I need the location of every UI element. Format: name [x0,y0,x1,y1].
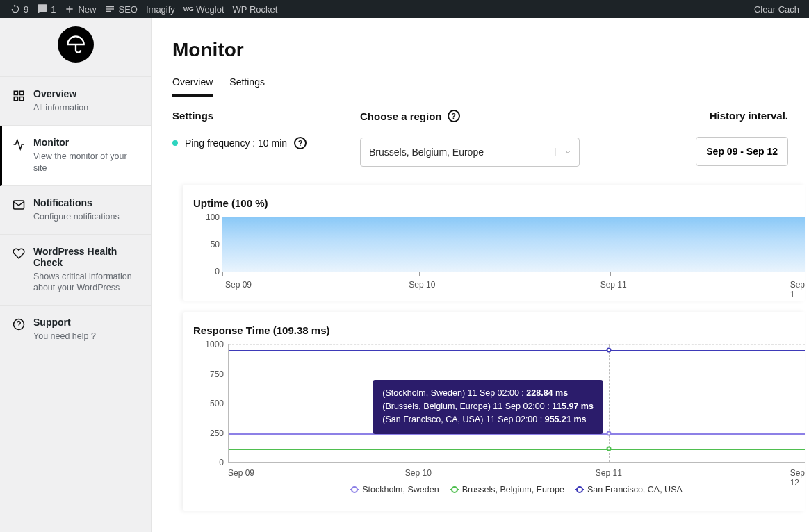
uptime-title: Uptime (100 %) [193,197,805,209]
sidebar-item-support[interactable]: Support You need help ? [0,306,151,354]
point-brussels [607,447,612,451]
xtick: Sep 11 [600,280,627,290]
sidebar-item-sub: Configure notifications [33,211,120,223]
comment-icon [37,3,48,15]
sidebar-item-sub: View the monitor of your site [33,151,138,174]
page-title: Monitor [172,18,809,76]
clear-cache-label: Clear Cach [754,4,799,15]
wp-admin-bar: 9 1 New SEO Imagify WG Weglot WP Rocket … [0,0,809,18]
xtick: Sep 09 [228,468,254,478]
history-interval-button[interactable]: Sep 09 - Sep 12 [696,137,788,166]
sidebar-item-overview[interactable]: Overview All information [0,77,151,126]
svg-rect-2 [106,11,111,12]
adminbar-updates[interactable]: 9 [6,3,33,15]
chevron-down-icon [555,148,579,156]
mail-icon [13,199,25,211]
sidebar-item-label: Notifications [33,197,120,208]
tab-settings[interactable]: Settings [229,76,265,97]
response-card: Response Time (109.38 ms) 1000 750 500 2… [183,312,805,511]
help-icon[interactable]: ? [448,110,460,122]
svg-rect-4 [20,91,24,94]
region-select-value: Brussels, Belgium, Europe [361,147,555,158]
legend-item-brussels[interactable]: Brussels, Belgium, Europe [450,485,564,494]
tt-label: (San Francisco, CA, USA) 11 Sep 02:00 : [382,415,544,424]
tt-label: (Brussels, Belgium, Europe) 11 Sep 02:00… [382,401,552,411]
new-label: New [78,4,96,15]
point-stockholm [607,431,612,436]
tt-value: 228.84 ms [526,388,568,398]
heart-icon [13,247,25,260]
sidebar-item-sub: All information [33,102,88,114]
response-chart: 1000 750 500 250 0 [193,344,805,504]
adminbar-comments[interactable]: 1 [33,3,60,15]
chart-tooltip: (Stockholm, Sweden) 11 Sep 02:00 : 228.8… [373,380,603,434]
adminbar-clear-cache[interactable]: Clear Cach [750,4,803,15]
main-content: Monitor Overview Settings Settings Ping … [152,18,809,532]
sidebar-item-label: Overview [33,88,88,99]
plus-icon [64,3,75,15]
svg-rect-6 [20,97,24,101]
ytick: 1000 [205,340,224,349]
adminbar-new[interactable]: New [60,3,100,15]
xtick: Sep 09 [225,280,252,290]
legend-label: Stockholm, Sweden [362,485,439,494]
ping-frequency-label: Ping frequency : 10 min [185,138,287,149]
adminbar-weglot[interactable]: WG Weglot [179,4,229,15]
point-sfo [607,347,612,352]
ytick: 0 [219,458,224,467]
imagify-label: Imagify [146,4,175,15]
svg-rect-5 [14,97,17,101]
sidebar-item-label: Monitor [33,137,138,148]
series-san-francisco [229,350,805,351]
adminbar-seo[interactable]: SEO [100,3,141,15]
xtick: Sep 1 [790,280,805,299]
ytick: 50 [211,240,220,249]
sidebar-item-health[interactable]: WordPress Health Check Shows critical in… [0,235,151,306]
sidebar-item-notifications[interactable]: Notifications Configure notifications [0,186,151,235]
ping-frequency-row: Ping frequency : 10 min ? [172,137,360,149]
plugin-sidebar: Overview All information Monitor View th… [0,18,152,532]
region-select[interactable]: Brussels, Belgium, Europe [360,138,580,167]
adminbar-wprocket[interactable]: WP Rocket [229,4,282,15]
uptime-chart: 100 50 0 Sep 09 Sep 10 Sep 11 Sep 1 [197,217,805,294]
ytick: 250 [210,429,224,438]
sidebar-item-sub: Shows critical information about your Wo… [33,271,138,294]
xtick: Sep 11 [596,468,622,478]
plugin-logo [0,18,151,76]
svg-rect-1 [106,6,114,7]
weglot-label: Weglot [196,4,224,15]
help-icon[interactable]: ? [294,137,307,149]
tt-value: 115.97 ms [552,401,594,411]
uptime-area-fill [222,217,805,272]
weglot-icon: WG [183,6,194,13]
legend-label: San Francisco, CA, USA [587,485,683,494]
wprocket-label: WP Rocket [233,4,278,15]
activity-icon [13,138,25,151]
sidebar-item-monitor[interactable]: Monitor View the monitor of your site [0,126,151,186]
ytick: 100 [206,213,220,222]
comments-count: 1 [51,4,56,15]
status-dot-icon [172,140,178,146]
tab-overview[interactable]: Overview [172,76,213,97]
refresh-icon [10,3,21,15]
response-title: Response Time (109.38 ms) [193,324,805,336]
svg-rect-3 [14,91,17,94]
legend-item-sanfrancisco[interactable]: San Francisco, CA, USA [575,485,683,494]
chart-legend: Stockholm, Sweden Brussels, Belgium, Eur… [228,485,805,494]
legend-item-stockholm[interactable]: Stockholm, Sweden [350,485,439,494]
help-icon [13,318,25,331]
region-heading-text: Choose a region [360,110,442,122]
sidebar-item-label: Support [33,317,96,328]
adminbar-imagify[interactable]: Imagify [142,4,179,15]
sidebar-item-label: WordPress Health Check [33,246,138,268]
seo-label: SEO [118,4,137,15]
region-heading: Choose a region ? [360,110,696,122]
sidebar-item-sub: You need help ? [33,331,96,342]
grid-icon [13,90,25,102]
series-brussels [229,449,805,450]
legend-label: Brussels, Belgium, Europe [462,485,564,494]
updates-count: 9 [24,4,28,15]
xtick: Sep 10 [409,280,435,290]
tt-label: (Stockholm, Sweden) 11 Sep 02:00 : [382,388,526,398]
uptime-card: Uptime (100 %) 100 50 0 Sep 09 Sep 10 Se… [183,185,805,301]
